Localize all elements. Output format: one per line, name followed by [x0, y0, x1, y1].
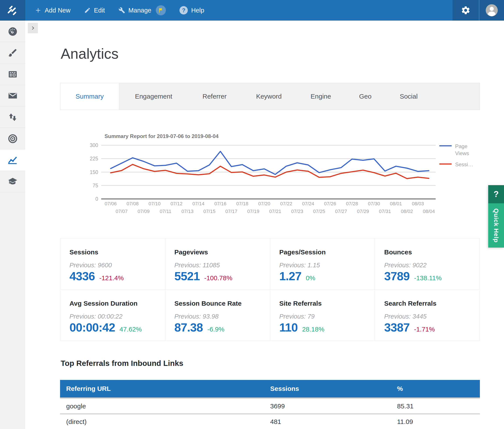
edit-button[interactable]: Edit: [84, 7, 105, 14]
svg-text:08/03: 08/03: [412, 201, 424, 206]
svg-text:07/27: 07/27: [335, 209, 347, 214]
stat-card-sessions: SessionsPrevious: 96004336-121.4%: [60, 238, 165, 290]
svg-text:07/15: 07/15: [203, 209, 216, 214]
referral-row: google369985.31: [60, 398, 480, 414]
percent-cell: 85.31: [397, 398, 480, 414]
svg-text:07/31: 07/31: [379, 209, 391, 214]
manage-button[interactable]: Manage: [118, 5, 166, 15]
svg-text:07/29: 07/29: [357, 209, 369, 214]
sidebar-item-forms[interactable]: [0, 63, 25, 85]
flag-icon: [158, 7, 164, 13]
sidebar-item-dashboard[interactable]: [0, 21, 25, 42]
stat-previous: Previous: 00:00:22: [70, 313, 160, 320]
tab-engine[interactable]: Engine: [297, 83, 345, 110]
stat-title: Bounces: [384, 249, 474, 256]
stat-card-site-referrals: Site ReferralsPrevious: 7911028.18%: [270, 290, 375, 341]
svg-text:75: 75: [92, 183, 98, 188]
legend-label: Sessi…: [455, 161, 479, 168]
svg-text:07/12: 07/12: [171, 201, 182, 206]
stat-title: Pages/Session: [279, 249, 370, 256]
stat-delta: -1.71%: [414, 326, 435, 333]
topbar-right: [452, 0, 504, 21]
stat-title: Avg Session Duration: [70, 300, 160, 307]
svg-text:07/22: 07/22: [280, 201, 292, 206]
svg-text:07/19: 07/19: [247, 209, 259, 214]
svg-text:07/08: 07/08: [127, 201, 139, 206]
tab-summary[interactable]: Summary: [60, 83, 119, 110]
stat-card-session-bounce-rate: Session Bounce RatePrevious: 93.9887.38-…: [165, 290, 270, 341]
help-label: Help: [191, 7, 204, 14]
stat-value: 3387: [384, 321, 410, 334]
stat-card-avg-session-duration: Avg Session DurationPrevious: 00:00:2200…: [60, 290, 165, 341]
gear-icon: [461, 5, 471, 15]
sidebar-collapse-button[interactable]: [28, 23, 38, 33]
topbar-menu: Add New Edit Manage: [35, 5, 452, 15]
svg-text:150: 150: [90, 169, 98, 175]
stat-delta: 0%: [306, 274, 315, 282]
up-down-arrows-icon: [8, 112, 18, 122]
svg-text:07/26: 07/26: [324, 201, 336, 206]
sidebar-item-email[interactable]: [0, 85, 25, 107]
stat-card-pageviews: PageviewsPrevious: 110855521-100.78%: [165, 238, 270, 290]
svg-text:07/10: 07/10: [149, 201, 161, 206]
stat-previous: Previous: 9022: [384, 262, 474, 269]
stat-value: 4336: [70, 269, 95, 283]
referrals-header-row: Referring URL Sessions %: [60, 380, 480, 398]
sidebar-item-import-export[interactable]: [0, 107, 25, 128]
quick-help-question-icon[interactable]: ?: [488, 185, 504, 203]
page-title: Analytics: [61, 46, 118, 61]
tab-social[interactable]: Social: [386, 83, 432, 110]
referring-url-cell: google: [60, 398, 270, 414]
tab-referrer[interactable]: Referrer: [188, 83, 241, 110]
help-button[interactable]: ? Help: [180, 6, 204, 14]
svg-text:0: 0: [95, 196, 98, 202]
settings-button[interactable]: [452, 0, 479, 21]
app-logo[interactable]: [0, 0, 25, 21]
gauge-icon: [8, 26, 18, 36]
stat-card-pages-session: Pages/SessionPrevious: 1.151.270%: [270, 238, 375, 290]
flag-badge[interactable]: [156, 5, 166, 15]
legend-swatch: [439, 145, 452, 146]
sidebar-item-design[interactable]: [0, 42, 25, 63]
svg-text:07/18: 07/18: [236, 201, 248, 206]
svg-text:07/30: 07/30: [368, 201, 380, 206]
stat-delta: -6.9%: [207, 326, 224, 333]
quick-help-tab: ? Quick Help: [488, 185, 504, 248]
stat-title: Session Bounce Rate: [174, 300, 265, 307]
tab-keyword[interactable]: Keyword: [241, 83, 297, 110]
stat-value: 87.38: [174, 321, 203, 334]
stat-title: Site Referrals: [279, 300, 370, 307]
tab-engagement[interactable]: Engagement: [119, 83, 188, 110]
legend-entry: Sessi…: [439, 161, 503, 168]
add-new-button[interactable]: Add New: [35, 7, 71, 14]
stat-title: Search Referrals: [384, 300, 474, 307]
referral-row: (direct)48111.09: [60, 414, 480, 429]
svg-text:07/14: 07/14: [192, 201, 205, 206]
stat-value: 5521: [174, 269, 200, 283]
question-glyph: ?: [182, 7, 185, 14]
stat-delta: -138.11%: [414, 274, 441, 282]
svg-text:07/21: 07/21: [269, 209, 281, 214]
legend-label: Page Views: [455, 143, 479, 157]
user-avatar[interactable]: [479, 0, 504, 21]
avatar-icon: [485, 3, 499, 18]
tab-geo[interactable]: Geo: [345, 83, 386, 110]
stat-previous: Previous: 3445: [384, 313, 474, 320]
chevron-right-icon: [31, 26, 35, 30]
column-percent: %: [397, 380, 480, 398]
summary-chart: 07515022530007/0607/0707/0807/0907/1007/…: [0, 140, 504, 221]
svg-text:07/28: 07/28: [346, 201, 358, 206]
chart-title: Summary Report for 2019-07-06 to 2019-08…: [105, 133, 218, 139]
svg-text:07/07: 07/07: [116, 209, 128, 214]
svg-text:07/09: 07/09: [138, 209, 150, 214]
brush-icon: [8, 48, 18, 58]
sidebar: [0, 21, 25, 429]
stat-card-bounces: BouncesPrevious: 90223789-138.11%: [375, 238, 480, 290]
quick-help-label: Quick Help: [493, 208, 500, 242]
svg-text:07/23: 07/23: [291, 209, 303, 214]
svg-text:07/13: 07/13: [181, 209, 193, 214]
svg-text:300: 300: [90, 143, 98, 148]
logo-stripes-icon: [6, 3, 19, 17]
legend-swatch: [439, 163, 452, 165]
quick-help-button[interactable]: Quick Help: [488, 203, 504, 248]
